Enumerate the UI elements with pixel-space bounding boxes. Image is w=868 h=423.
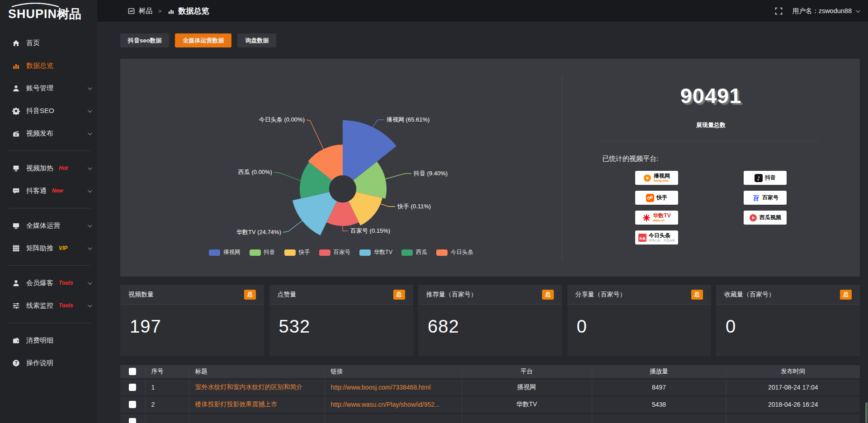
legend-item-1[interactable]: 播视网 [209, 249, 241, 256]
cell-title[interactable]: 楼体投影灯投影效果震撼上市 [189, 396, 325, 413]
home-icon [12, 39, 20, 47]
sidebar-item-2[interactable]: 数据总览 [0, 54, 97, 77]
legend-label: 百家号 [334, 249, 351, 256]
sidebar-item-label: 矩阵助推 [26, 244, 53, 253]
svg-text:头条: 头条 [639, 236, 646, 240]
sidebar-item-badge: Tools [59, 302, 73, 309]
legend-swatch [250, 249, 261, 256]
legend-swatch [209, 249, 220, 256]
pie-label: 播视网 (65.61%) [387, 116, 429, 123]
stat-cards: 视频数量总197点赞量总532推荐量（百家号）总682分享量（百家号）总0收藏量… [120, 285, 860, 356]
cell-title[interactable]: 室外水纹灯和室内水纹灯的区别和简介 [189, 379, 325, 396]
sidebar-item-label: 线索监控 [26, 301, 53, 310]
sidebar-item-8[interactable]: 全媒体运营 [0, 214, 97, 237]
platform-name: 快手 [656, 195, 667, 201]
summary-divider [601, 141, 818, 141]
legend-item-2[interactable]: 抖音 [250, 249, 275, 256]
scrollbar-thumb[interactable] [865, 402, 868, 423]
total-badge[interactable]: 总 [393, 290, 405, 300]
sidebar-item-4[interactable]: 抖音SEO [0, 99, 97, 122]
sidebar-item-label: 会员爆客 [26, 279, 53, 287]
table-row-stub [120, 413, 860, 423]
pie-label-line [373, 120, 384, 127]
sidebar-item-label: 全媒体运营 [26, 221, 60, 230]
sidebar-item-5[interactable]: 视频发布 [0, 122, 97, 145]
tab-2[interactable]: 全媒体运营数据 [175, 33, 231, 47]
select-all-checkbox[interactable] [129, 368, 136, 375]
svg-text:百: 百 [753, 194, 759, 202]
monitor-icon [12, 222, 20, 230]
total-badge[interactable]: 总 [542, 290, 554, 300]
sidebar-item-11[interactable]: 线索监控Tools [0, 294, 97, 317]
stat-card-value: 0 [567, 305, 711, 337]
user-area: 用户名：zswodun88 [775, 7, 859, 15]
sidebar-item-badge: Tools [59, 280, 73, 286]
pie-slice-5[interactable] [292, 192, 337, 235]
legend-swatch [284, 249, 296, 256]
app-logo[interactable]: SHUPIN 树品 [0, 0, 97, 28]
platform-name: 抖音 [765, 175, 776, 181]
tab-3[interactable]: 询盘数据 [237, 33, 276, 47]
stat-card-4: 分享量（百家号）总0 [567, 285, 711, 356]
boosj-icon [643, 174, 651, 182]
sidebar-item-12[interactable]: 消费明细 [0, 329, 97, 352]
legend-item-6[interactable]: 西瓜 [401, 249, 427, 256]
cell-platform: 华数TV [462, 396, 592, 413]
platform-badge-kuaishou: 快手 [635, 191, 678, 205]
platform-subtext: boosj.com [654, 179, 669, 183]
total-badge[interactable]: 总 [840, 290, 852, 300]
stat-card-title: 点赞量 [278, 291, 297, 299]
sidebar-item-label: 消费明细 [26, 336, 53, 345]
legend-swatch [319, 249, 330, 256]
data-tabs: 抖音seo数据全媒体运营数据询盘数据 [120, 33, 276, 47]
sidebar-item-1[interactable]: 首页 [0, 32, 97, 54]
stat-card-1: 视频数量总197 [120, 285, 264, 356]
stat-card-2: 点赞量总532 [269, 285, 413, 356]
chevron-down-icon [88, 245, 92, 250]
row-checkbox[interactable] [129, 418, 136, 423]
total-badge[interactable]: 总 [691, 290, 703, 300]
sidebar-item-6[interactable]: 视频加热Hot [0, 157, 97, 179]
stat-card-value: 197 [120, 305, 264, 337]
fullscreen-icon[interactable] [775, 7, 783, 15]
douyin-icon: ♪ [755, 174, 763, 182]
stat-card-header: 推荐量（百家号）总 [418, 285, 562, 305]
user-menu[interactable]: 用户名：zswodun88 [793, 7, 859, 15]
sidebar-item-3[interactable]: 账号管理 [0, 77, 97, 99]
legend-swatch [401, 249, 413, 256]
platform-name: 百家号 [762, 195, 778, 201]
stat-card-header: 收藏量（百家号）总 [716, 285, 860, 305]
platform-name: 华数TV [653, 213, 670, 219]
legend-item-7[interactable]: 今日头条 [436, 249, 473, 256]
row-checkbox[interactable] [129, 401, 136, 408]
cell-link[interactable]: http://www.boosj.com/7338468.html [325, 379, 462, 396]
row-checkbox[interactable] [129, 384, 136, 391]
legend-swatch [359, 249, 371, 256]
legend-item-3[interactable]: 快手 [284, 249, 310, 256]
baijiahao-icon: 百 [752, 194, 760, 202]
tab-1[interactable]: 抖音seo数据 [120, 33, 169, 47]
legend-label: 抖音 [264, 249, 275, 256]
breadcrumb-separator: > [158, 8, 162, 14]
breadcrumb-current: 数据总览 [179, 6, 209, 16]
pie-label: 西瓜 (0.00%) [238, 169, 272, 175]
cell-link[interactable]: http://www.wasu.cn/Play/show/id/952... [325, 396, 462, 413]
sidebar-item-10[interactable]: 会员爆客Tools [0, 272, 97, 294]
legend-label: 华数TV [374, 249, 392, 256]
total-impressions-value: 90491 [562, 83, 860, 108]
platform-subtext: wasu.cn [653, 219, 665, 222]
legend-item-4[interactable]: 百家号 [319, 249, 351, 256]
sidebar-item-7[interactable]: 抖客通New [0, 179, 97, 202]
sidebar-item-9[interactable]: 矩阵助推VIP [0, 237, 97, 259]
total-badge[interactable]: 总 [244, 290, 256, 300]
breadcrumb-root[interactable]: 树品 [139, 7, 152, 15]
bar-chart-icon [12, 62, 20, 70]
pie-label-line [274, 172, 301, 181]
sidebar-item-13[interactable]: ?操作说明 [0, 352, 97, 374]
legend-item-5[interactable]: 华数TV [359, 249, 392, 256]
sidebar-divider [8, 323, 91, 323]
pie-label-line [343, 226, 348, 231]
pie-label-line [307, 120, 324, 150]
chevron-down-icon [88, 165, 92, 170]
stat-card-header: 点赞量总 [269, 285, 413, 305]
